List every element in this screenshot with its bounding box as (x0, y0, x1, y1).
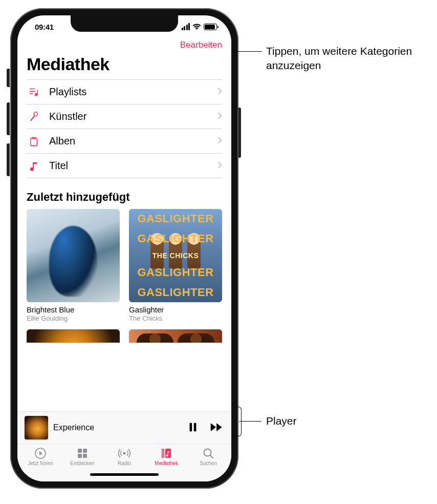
category-playlists[interactable]: Playlists (27, 79, 222, 104)
category-songs[interactable]: Titel (27, 154, 222, 178)
svg-rect-10 (83, 449, 87, 453)
battery-icon (204, 24, 217, 30)
svg-point-3 (35, 93, 38, 96)
notch (71, 15, 178, 32)
microphone-icon (27, 111, 41, 122)
tab-label: Mediathek (155, 460, 178, 466)
svg-point-4 (34, 112, 37, 115)
wifi-icon (192, 23, 201, 31)
svg-rect-6 (190, 423, 192, 431)
screen: 09:41 Bearbeiten Mediathek Playlists (17, 15, 231, 481)
callout-player: Player (266, 414, 368, 428)
album-item[interactable]: GASLIGHTER GASLIGHTER THE CHICKS GASLIGH… (129, 209, 222, 322)
chevron-right-icon (217, 112, 222, 121)
tab-label: Suchen (200, 460, 217, 466)
phone-frame: 09:41 Bearbeiten Mediathek Playlists (10, 8, 238, 489)
category-label: Titel (49, 160, 209, 172)
chevron-right-icon (217, 88, 222, 97)
svg-rect-7 (194, 423, 196, 431)
tab-browse[interactable]: Entdecken (61, 447, 103, 466)
signal-icon (182, 23, 190, 30)
home-indicator[interactable] (17, 467, 231, 481)
tab-label: Jetzt hören (28, 460, 53, 466)
now-playing-artwork (25, 416, 48, 439)
album-artwork[interactable] (27, 329, 120, 343)
svg-rect-5 (31, 138, 37, 145)
mini-player[interactable]: Experience (17, 411, 231, 444)
category-list: Playlists Künstler Alben (17, 79, 231, 178)
status-time: 09:41 (35, 23, 54, 31)
album-artwork: GASLIGHTER GASLIGHTER THE CHICKS GASLIGH… (129, 209, 222, 302)
svg-line-16 (210, 455, 213, 458)
album-icon (27, 136, 41, 147)
category-label: Playlists (49, 86, 209, 98)
category-albums[interactable]: Alben (27, 129, 222, 154)
svg-rect-11 (78, 454, 82, 458)
svg-rect-12 (83, 454, 87, 458)
tab-label: Entdecken (70, 460, 94, 466)
note-icon (27, 160, 41, 172)
album-artist: Ellie Goulding (27, 314, 120, 322)
recently-added-title: Zuletzt hinzugefügt (17, 178, 231, 209)
tab-listen-now[interactable]: Jetzt hören (19, 447, 61, 466)
page-title: Mediathek (17, 50, 231, 79)
chevron-right-icon (217, 161, 222, 171)
album-artwork[interactable] (129, 329, 222, 343)
playlist-icon (27, 87, 41, 98)
tab-label: Radio (118, 460, 131, 466)
pause-button[interactable] (187, 422, 199, 434)
tab-bar: Jetzt hören Entdecken Radio Mediathek Su… (17, 444, 231, 467)
tab-library[interactable]: Mediathek (145, 447, 187, 466)
category-artists[interactable]: Künstler (27, 104, 222, 129)
recently-added-grid: Brightest Blue Ellie Goulding GASLIGHTER… (17, 209, 231, 322)
tab-search[interactable]: Suchen (187, 447, 229, 466)
edit-button[interactable]: Bearbeiten (180, 40, 222, 50)
next-track-button[interactable] (210, 422, 224, 434)
album-artwork (27, 209, 120, 302)
chevron-right-icon (217, 137, 222, 146)
category-label: Alben (49, 135, 209, 147)
album-item[interactable]: Brightest Blue Ellie Goulding (27, 209, 120, 322)
svg-rect-9 (78, 449, 82, 453)
album-title: Gaslighter (129, 305, 222, 314)
album-row-peek (17, 322, 231, 343)
callout-edit: Tippen, um weitere Kategorien anzuzeigen (266, 44, 430, 73)
svg-point-13 (123, 452, 126, 455)
tab-radio[interactable]: Radio (103, 447, 145, 466)
category-label: Künstler (49, 111, 209, 122)
album-title: Brightest Blue (27, 305, 120, 314)
album-artist: The Chicks (129, 314, 222, 322)
now-playing-title: Experience (53, 423, 182, 432)
